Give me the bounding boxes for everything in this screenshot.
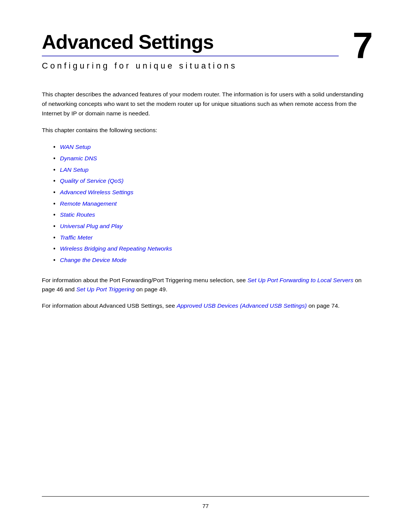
chapter-number: 7: [353, 27, 373, 64]
usb-text-after: on page 74.: [307, 302, 339, 309]
usb-paragraph: For information about Advanced USB Setti…: [42, 301, 369, 311]
link-dynamic-dns[interactable]: Dynamic DNS: [60, 153, 97, 164]
link-remote-management[interactable]: Remote Management: [60, 198, 117, 209]
list-item-remote-management: Remote Management: [53, 198, 369, 209]
list-item-qos: Quality of Service (QoS): [53, 175, 369, 187]
link-port-triggering[interactable]: Set Up Port Triggering: [76, 286, 135, 292]
intro-paragraph-1: This chapter describes the advanced feat…: [42, 90, 369, 118]
page-subtitle: Configuring for unique situations: [42, 61, 369, 71]
title-section: Advanced Settings Configuring for unique…: [42, 30, 369, 86]
page-title: Advanced Settings: [42, 30, 369, 53]
link-device-mode[interactable]: Change the Device Mode: [60, 255, 127, 266]
link-port-forwarding[interactable]: Set Up Port Forwarding to Local Servers: [247, 277, 353, 283]
port-forwarding-text-after: on page 49.: [135, 286, 167, 292]
port-forwarding-text-before: For information about the Port Forwardin…: [42, 277, 247, 283]
footer-divider: [42, 496, 369, 497]
port-forwarding-paragraph: For information about the Port Forwardin…: [42, 276, 369, 295]
list-item-wireless-bridging: Wireless Bridging and Repeating Networks: [53, 243, 369, 254]
list-item-wan-setup: WAN Setup: [53, 141, 369, 153]
link-usb-devices[interactable]: Approved USB Devices (Advanced USB Setti…: [177, 302, 307, 309]
content-area: This chapter describes the advanced feat…: [42, 90, 369, 509]
list-item-traffic-meter: Traffic Meter: [53, 232, 369, 243]
link-static-routes[interactable]: Static Routes: [60, 209, 95, 220]
list-item-upnp: Universal Plug and Play: [53, 220, 369, 232]
list-item-advanced-wireless: Advanced Wireless Settings: [53, 187, 369, 198]
link-qos[interactable]: Quality of Service (QoS): [60, 176, 124, 187]
usb-text-before: For information about Advanced USB Setti…: [42, 302, 177, 309]
link-advanced-wireless[interactable]: Advanced Wireless Settings: [60, 187, 134, 198]
list-item-static-routes: Static Routes: [53, 209, 369, 220]
page-number: 77: [202, 503, 209, 509]
link-lan-setup[interactable]: LAN Setup: [60, 165, 89, 176]
page: 7 Advanced Settings Configuring for uniq…: [0, 0, 411, 532]
chapter-contains-text: This chapter contains the following sect…: [42, 126, 369, 135]
page-footer: 77: [42, 503, 369, 509]
link-upnp[interactable]: Universal Plug and Play: [60, 221, 123, 232]
link-wan-setup[interactable]: WAN Setup: [60, 142, 91, 153]
link-traffic-meter[interactable]: Traffic Meter: [60, 232, 93, 243]
list-item-device-mode: Change the Device Mode: [53, 254, 369, 266]
title-divider: [42, 56, 339, 56]
section-list: WAN Setup Dynamic DNS LAN Setup Quality …: [42, 141, 369, 265]
list-item-lan-setup: LAN Setup: [53, 164, 369, 176]
list-item-dynamic-dns: Dynamic DNS: [53, 153, 369, 164]
link-wireless-bridging[interactable]: Wireless Bridging and Repeating Networks: [60, 243, 172, 254]
